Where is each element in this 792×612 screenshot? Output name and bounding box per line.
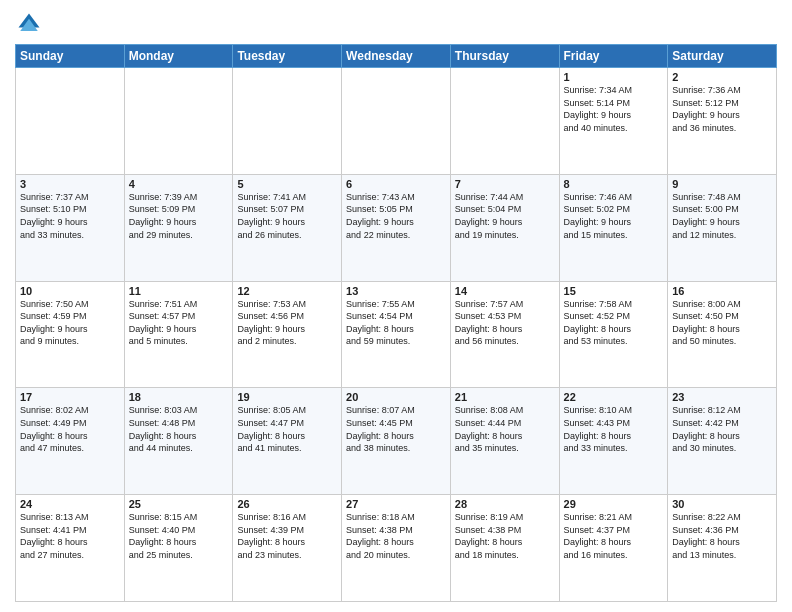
day-info: Sunrise: 7:50 AM Sunset: 4:59 PM Dayligh…: [20, 298, 120, 348]
weekday-header-thursday: Thursday: [450, 45, 559, 68]
day-number: 21: [455, 391, 555, 403]
logo: [15, 10, 47, 38]
day-cell-12: 12Sunrise: 7:53 AM Sunset: 4:56 PM Dayli…: [233, 281, 342, 388]
day-info: Sunrise: 7:43 AM Sunset: 5:05 PM Dayligh…: [346, 191, 446, 241]
weekday-header-monday: Monday: [124, 45, 233, 68]
day-cell-2: 2Sunrise: 7:36 AM Sunset: 5:12 PM Daylig…: [668, 68, 777, 175]
day-info: Sunrise: 7:55 AM Sunset: 4:54 PM Dayligh…: [346, 298, 446, 348]
day-info: Sunrise: 7:36 AM Sunset: 5:12 PM Dayligh…: [672, 84, 772, 134]
day-info: Sunrise: 7:46 AM Sunset: 5:02 PM Dayligh…: [564, 191, 664, 241]
day-number: 13: [346, 285, 446, 297]
day-number: 19: [237, 391, 337, 403]
day-number: 28: [455, 498, 555, 510]
day-number: 1: [564, 71, 664, 83]
day-info: Sunrise: 7:57 AM Sunset: 4:53 PM Dayligh…: [455, 298, 555, 348]
day-cell-19: 19Sunrise: 8:05 AM Sunset: 4:47 PM Dayli…: [233, 388, 342, 495]
day-cell-14: 14Sunrise: 7:57 AM Sunset: 4:53 PM Dayli…: [450, 281, 559, 388]
weekday-header-wednesday: Wednesday: [342, 45, 451, 68]
day-cell-7: 7Sunrise: 7:44 AM Sunset: 5:04 PM Daylig…: [450, 174, 559, 281]
day-info: Sunrise: 7:48 AM Sunset: 5:00 PM Dayligh…: [672, 191, 772, 241]
day-number: 8: [564, 178, 664, 190]
day-number: 16: [672, 285, 772, 297]
empty-cell: [450, 68, 559, 175]
day-cell-13: 13Sunrise: 7:55 AM Sunset: 4:54 PM Dayli…: [342, 281, 451, 388]
day-number: 23: [672, 391, 772, 403]
day-info: Sunrise: 7:58 AM Sunset: 4:52 PM Dayligh…: [564, 298, 664, 348]
weekday-header-saturday: Saturday: [668, 45, 777, 68]
day-info: Sunrise: 8:05 AM Sunset: 4:47 PM Dayligh…: [237, 404, 337, 454]
header: [15, 10, 777, 38]
week-row-1: 3Sunrise: 7:37 AM Sunset: 5:10 PM Daylig…: [16, 174, 777, 281]
day-number: 3: [20, 178, 120, 190]
day-cell-5: 5Sunrise: 7:41 AM Sunset: 5:07 PM Daylig…: [233, 174, 342, 281]
day-number: 9: [672, 178, 772, 190]
day-cell-29: 29Sunrise: 8:21 AM Sunset: 4:37 PM Dayli…: [559, 495, 668, 602]
day-cell-23: 23Sunrise: 8:12 AM Sunset: 4:42 PM Dayli…: [668, 388, 777, 495]
day-info: Sunrise: 8:08 AM Sunset: 4:44 PM Dayligh…: [455, 404, 555, 454]
day-cell-4: 4Sunrise: 7:39 AM Sunset: 5:09 PM Daylig…: [124, 174, 233, 281]
day-info: Sunrise: 8:07 AM Sunset: 4:45 PM Dayligh…: [346, 404, 446, 454]
day-info: Sunrise: 8:16 AM Sunset: 4:39 PM Dayligh…: [237, 511, 337, 561]
day-info: Sunrise: 8:10 AM Sunset: 4:43 PM Dayligh…: [564, 404, 664, 454]
day-number: 2: [672, 71, 772, 83]
day-number: 4: [129, 178, 229, 190]
day-cell-24: 24Sunrise: 8:13 AM Sunset: 4:41 PM Dayli…: [16, 495, 125, 602]
day-info: Sunrise: 8:03 AM Sunset: 4:48 PM Dayligh…: [129, 404, 229, 454]
day-number: 24: [20, 498, 120, 510]
day-cell-22: 22Sunrise: 8:10 AM Sunset: 4:43 PM Dayli…: [559, 388, 668, 495]
day-cell-9: 9Sunrise: 7:48 AM Sunset: 5:00 PM Daylig…: [668, 174, 777, 281]
day-cell-18: 18Sunrise: 8:03 AM Sunset: 4:48 PM Dayli…: [124, 388, 233, 495]
day-cell-25: 25Sunrise: 8:15 AM Sunset: 4:40 PM Dayli…: [124, 495, 233, 602]
day-info: Sunrise: 7:53 AM Sunset: 4:56 PM Dayligh…: [237, 298, 337, 348]
weekday-header-row: SundayMondayTuesdayWednesdayThursdayFrid…: [16, 45, 777, 68]
day-info: Sunrise: 7:44 AM Sunset: 5:04 PM Dayligh…: [455, 191, 555, 241]
logo-icon: [15, 10, 43, 38]
weekday-header-friday: Friday: [559, 45, 668, 68]
empty-cell: [342, 68, 451, 175]
day-cell-27: 27Sunrise: 8:18 AM Sunset: 4:38 PM Dayli…: [342, 495, 451, 602]
week-row-4: 24Sunrise: 8:13 AM Sunset: 4:41 PM Dayli…: [16, 495, 777, 602]
day-number: 11: [129, 285, 229, 297]
day-info: Sunrise: 8:22 AM Sunset: 4:36 PM Dayligh…: [672, 511, 772, 561]
day-info: Sunrise: 8:18 AM Sunset: 4:38 PM Dayligh…: [346, 511, 446, 561]
day-info: Sunrise: 8:19 AM Sunset: 4:38 PM Dayligh…: [455, 511, 555, 561]
day-cell-26: 26Sunrise: 8:16 AM Sunset: 4:39 PM Dayli…: [233, 495, 342, 602]
day-info: Sunrise: 7:34 AM Sunset: 5:14 PM Dayligh…: [564, 84, 664, 134]
day-number: 30: [672, 498, 772, 510]
day-cell-30: 30Sunrise: 8:22 AM Sunset: 4:36 PM Dayli…: [668, 495, 777, 602]
day-number: 27: [346, 498, 446, 510]
day-number: 10: [20, 285, 120, 297]
day-cell-10: 10Sunrise: 7:50 AM Sunset: 4:59 PM Dayli…: [16, 281, 125, 388]
day-number: 14: [455, 285, 555, 297]
day-info: Sunrise: 7:37 AM Sunset: 5:10 PM Dayligh…: [20, 191, 120, 241]
empty-cell: [16, 68, 125, 175]
day-info: Sunrise: 7:39 AM Sunset: 5:09 PM Dayligh…: [129, 191, 229, 241]
page: SundayMondayTuesdayWednesdayThursdayFrid…: [0, 0, 792, 612]
day-info: Sunrise: 7:51 AM Sunset: 4:57 PM Dayligh…: [129, 298, 229, 348]
week-row-0: 1Sunrise: 7:34 AM Sunset: 5:14 PM Daylig…: [16, 68, 777, 175]
day-cell-16: 16Sunrise: 8:00 AM Sunset: 4:50 PM Dayli…: [668, 281, 777, 388]
day-number: 12: [237, 285, 337, 297]
day-number: 29: [564, 498, 664, 510]
day-cell-21: 21Sunrise: 8:08 AM Sunset: 4:44 PM Dayli…: [450, 388, 559, 495]
day-info: Sunrise: 8:00 AM Sunset: 4:50 PM Dayligh…: [672, 298, 772, 348]
week-row-3: 17Sunrise: 8:02 AM Sunset: 4:49 PM Dayli…: [16, 388, 777, 495]
day-info: Sunrise: 8:21 AM Sunset: 4:37 PM Dayligh…: [564, 511, 664, 561]
day-info: Sunrise: 8:13 AM Sunset: 4:41 PM Dayligh…: [20, 511, 120, 561]
day-number: 5: [237, 178, 337, 190]
day-cell-15: 15Sunrise: 7:58 AM Sunset: 4:52 PM Dayli…: [559, 281, 668, 388]
day-cell-28: 28Sunrise: 8:19 AM Sunset: 4:38 PM Dayli…: [450, 495, 559, 602]
weekday-header-tuesday: Tuesday: [233, 45, 342, 68]
day-number: 20: [346, 391, 446, 403]
day-number: 17: [20, 391, 120, 403]
day-cell-11: 11Sunrise: 7:51 AM Sunset: 4:57 PM Dayli…: [124, 281, 233, 388]
day-number: 25: [129, 498, 229, 510]
day-info: Sunrise: 8:02 AM Sunset: 4:49 PM Dayligh…: [20, 404, 120, 454]
weekday-header-sunday: Sunday: [16, 45, 125, 68]
day-cell-1: 1Sunrise: 7:34 AM Sunset: 5:14 PM Daylig…: [559, 68, 668, 175]
day-number: 7: [455, 178, 555, 190]
day-cell-20: 20Sunrise: 8:07 AM Sunset: 4:45 PM Dayli…: [342, 388, 451, 495]
day-cell-6: 6Sunrise: 7:43 AM Sunset: 5:05 PM Daylig…: [342, 174, 451, 281]
day-number: 22: [564, 391, 664, 403]
empty-cell: [124, 68, 233, 175]
